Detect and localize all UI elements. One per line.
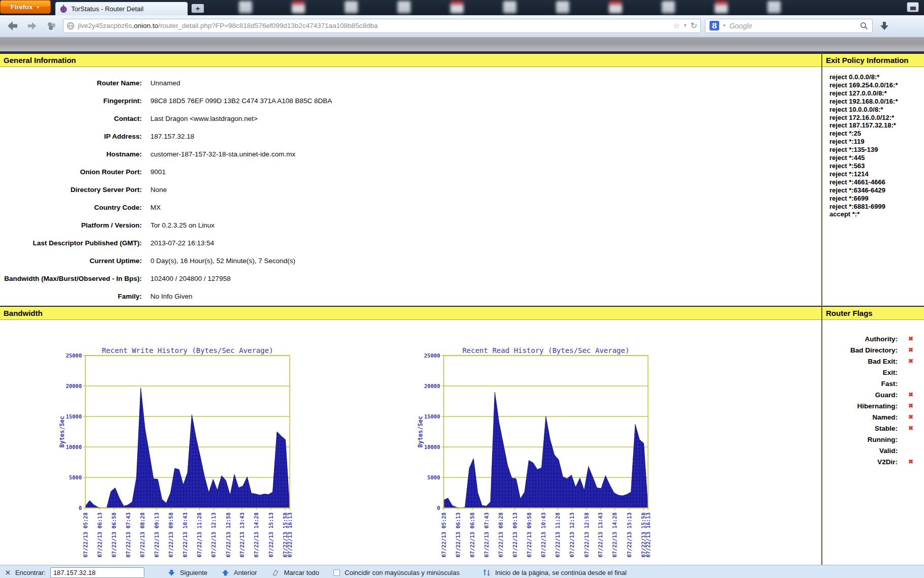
new-tab-button[interactable]: + xyxy=(191,4,204,13)
info-value: customer-187-157-32-18-sta.uninet-ide.co… xyxy=(150,150,295,158)
highlight-all-icon[interactable] xyxy=(271,569,280,576)
x-tick-label: 07/22/13 14:28 xyxy=(253,512,259,558)
info-value: Tor 0.2.3.25 on Linux xyxy=(150,221,214,229)
y-tick-label: 0 xyxy=(437,505,440,511)
red-cross-icon: ✖ xyxy=(898,413,924,421)
router-flag-label: Exit: xyxy=(822,369,898,376)
router-flag-row: Exit: xyxy=(822,367,924,378)
highlight-all-button[interactable]: Marcar todo xyxy=(284,569,319,576)
y-tick-label: 5000 xyxy=(69,474,82,480)
exit-policy-line: reject 187.157.32.18:* xyxy=(829,121,924,130)
find-previous-button[interactable]: Anterior xyxy=(234,569,257,576)
info-row: Country Code:MX xyxy=(0,199,821,216)
window-thumbnail xyxy=(662,1,675,13)
minimize-icon xyxy=(910,7,916,10)
find-next-icon[interactable] xyxy=(168,569,175,576)
info-row: Router Name:Unnamed xyxy=(0,74,821,92)
navigation-toolbar: jlve2y45zacpbz6s.onion.to/router_detail.… xyxy=(0,15,924,37)
router-flag-row: Bad Directory:✖ xyxy=(822,344,924,356)
x-tick-label: 07/22/13 15:13 xyxy=(268,512,274,558)
exit-policy-line: reject 169.254.0.0/16:* xyxy=(829,81,924,89)
find-previous-icon[interactable] xyxy=(222,569,229,576)
info-label: Hostname: xyxy=(0,150,150,158)
y-tick-label: 20000 xyxy=(66,383,82,389)
match-case-checkbox[interactable] xyxy=(333,569,340,576)
exit-policy-line: reject *:6881-6999 xyxy=(829,203,924,211)
info-value: 2013-07-22 16:13:54 xyxy=(150,239,214,247)
info-label: Onion Router Port: xyxy=(0,168,150,176)
info-label: Family: xyxy=(0,293,150,300)
search-placeholder: Google xyxy=(729,22,857,30)
info-label: Country Code: xyxy=(0,204,150,211)
section-header-general-information: General Information xyxy=(0,53,821,67)
router-flag-row: Hibernating:✖ xyxy=(822,400,924,411)
url-dropdown-icon[interactable]: ▼ xyxy=(683,23,688,28)
info-value: No Info Given xyxy=(150,293,193,300)
info-value: 98C8 18D5 76EF 099D 13B2 C474 371A A108 … xyxy=(150,97,332,105)
minimize-button[interactable] xyxy=(907,2,919,12)
forward-button[interactable] xyxy=(24,18,40,34)
chart-title: Recent Write History (Bytes/Sec Average) xyxy=(102,347,273,355)
exit-policy-line: accept *:* xyxy=(829,210,924,218)
red-cross-icon: ✖ xyxy=(898,402,924,409)
find-next-button[interactable]: Siguiente xyxy=(180,569,207,576)
info-value: None xyxy=(150,186,167,194)
tab-torstatus[interactable]: TorStatus - Router Detail xyxy=(55,2,188,15)
tab-groups-button[interactable] xyxy=(44,18,59,34)
y-tick-label: 15000 xyxy=(66,413,82,420)
firefox-menu-button[interactable]: Firefox ▼ xyxy=(0,0,51,14)
exit-policy-line: reject 0.0.0.0/8:* xyxy=(829,73,924,81)
x-tick-label: 07/22/13 10:43 xyxy=(182,512,188,558)
x-tick-label: 07/22/13 12:58 xyxy=(583,512,590,558)
window-thumbnail xyxy=(239,1,252,13)
x-tick-label: 07/22/13 10:43 xyxy=(540,512,546,558)
firefox-menu-label: Firefox xyxy=(11,3,33,11)
x-tick-label: 07/22/13 07:43 xyxy=(125,512,131,558)
exit-policy-line: reject *:1214 xyxy=(829,170,924,178)
search-engine-dropdown-icon[interactable]: ▼ xyxy=(722,23,726,28)
x-tick-label: 07/22/13 07:43 xyxy=(483,512,489,558)
back-button[interactable] xyxy=(5,18,20,34)
window-thumbnail xyxy=(397,1,411,13)
tor-onion-icon xyxy=(59,5,68,13)
reload-icon[interactable]: ↻ xyxy=(691,22,697,30)
x-tick-label: 07/22/13 13:43 xyxy=(239,512,245,558)
section-header-bandwidth: Bandwidth xyxy=(0,306,821,320)
router-flag-label: Hibernating: xyxy=(822,402,898,410)
y-tick-label: 10000 xyxy=(66,444,82,450)
router-flag-row: Valid: xyxy=(822,445,924,456)
find-input[interactable] xyxy=(50,567,144,578)
close-icon[interactable]: ✕ xyxy=(5,569,11,576)
chart-y-axis-label: Bytes/Sec xyxy=(58,416,66,447)
bookmark-star-icon[interactable]: ☆ xyxy=(673,22,680,29)
exit-policy-line: reject *:445 xyxy=(829,154,924,162)
router-flag-label: Stable: xyxy=(822,425,898,432)
info-row: Onion Router Port:9001 xyxy=(0,163,821,181)
y-tick-label: 10000 xyxy=(424,444,440,450)
url-bar[interactable]: jlve2y45zacpbz6s.onion.to/router_detail.… xyxy=(63,19,701,33)
router-flag-row: Guard:✖ xyxy=(822,389,924,400)
download-arrow-icon xyxy=(879,20,890,31)
section-title: Exit Policy Information xyxy=(826,56,909,65)
chart-title: Recent Read History (Bytes/Sec Average) xyxy=(463,347,630,355)
info-row: Hostname:customer-187-157-32-18-sta.unin… xyxy=(0,145,821,163)
router-flag-row: V2Dir:✖ xyxy=(822,456,924,467)
window-thumbnail xyxy=(503,1,516,13)
red-cross-icon: ✖ xyxy=(898,458,924,465)
tab-title: TorStatus - Router Detail xyxy=(71,5,143,13)
url-path: /router_detail.php?FP=98c818d576ef099d13… xyxy=(158,22,378,29)
search-box[interactable]: 8 ▼ Google xyxy=(705,19,873,33)
downloads-button[interactable] xyxy=(877,18,892,34)
red-cross-icon: ✖ xyxy=(898,391,924,398)
right-panel: Exit Policy Information reject 0.0.0.0/8… xyxy=(821,53,924,565)
info-value: 187.157.32.18 xyxy=(150,133,194,140)
url-text: jlve2y45zacpbz6s.onion.to/router_detail.… xyxy=(78,22,378,29)
router-flag-label: Running: xyxy=(822,436,898,443)
info-label: Platform / Version: xyxy=(0,221,150,229)
info-label: IP Address: xyxy=(0,133,150,140)
chevron-down-icon: ▼ xyxy=(36,5,40,10)
info-row: Platform / Version:Tor 0.2.3.25 on Linux xyxy=(0,216,821,234)
search-magnifier-icon[interactable] xyxy=(860,22,868,30)
tab-groups-icon xyxy=(46,21,56,31)
bandwidth-charts: 0500010000150002000025000Bytes/SecRecent… xyxy=(0,347,821,558)
